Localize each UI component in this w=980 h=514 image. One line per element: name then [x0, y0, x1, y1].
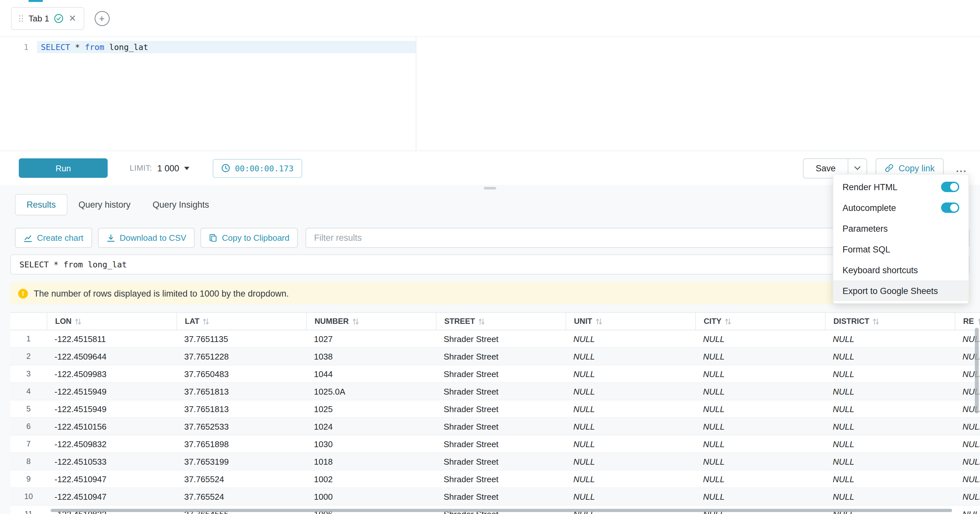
row-index-cell: 10: [10, 492, 47, 501]
table-cell: 1030: [306, 439, 436, 449]
sort-icon[interactable]: [353, 318, 358, 325]
menu-item-render-html[interactable]: Render HTML: [834, 177, 968, 197]
toggle-switch[interactable]: [941, 203, 959, 213]
download-csv-label: Download to CSV: [120, 233, 186, 243]
more-options-button[interactable]: ...: [953, 163, 970, 174]
sort-icon: [76, 318, 81, 325]
table-cell: 37.765524: [177, 492, 306, 501]
sort-icon: [596, 318, 602, 325]
executed-query-preview: SELECT * from long_lat: [10, 254, 970, 275]
column-header-district[interactable]: DISTRICT: [825, 313, 955, 330]
sort-icon[interactable]: [873, 318, 879, 325]
menu-item-export-to-google-sheets[interactable]: Export to Google Sheets: [834, 280, 968, 301]
download-csv-button[interactable]: Download to CSV: [98, 228, 194, 248]
add-tab-button[interactable]: +: [94, 11, 109, 26]
column-header-city[interactable]: CITY: [695, 313, 825, 330]
table-row: 8-122.451053337.76531991018Shrader Stree…: [10, 453, 980, 471]
column-header-lon[interactable]: LON: [47, 313, 177, 330]
sort-icon: [353, 318, 358, 325]
table-cell: NULL: [955, 457, 980, 466]
column-label: DISTRICT: [834, 317, 869, 326]
table-cell: NULL: [955, 474, 980, 484]
run-button[interactable]: Run: [19, 158, 108, 178]
column-header-street[interactable]: STREET: [436, 313, 566, 330]
column-header-lat[interactable]: LAT: [177, 313, 306, 330]
sql-editor[interactable]: 1 SELECT * from long_lat: [0, 37, 980, 151]
table-cell: NULL: [566, 334, 695, 344]
plus-icon: +: [99, 13, 105, 23]
row-index-cell: 2: [10, 352, 47, 361]
table-cell: NULL: [695, 334, 825, 344]
table-cell: Shrader Street: [436, 457, 566, 466]
create-chart-button[interactable]: Create chart: [15, 228, 92, 248]
table-cell: NULL: [566, 386, 695, 396]
table-row: 1-122.451581137.76511351027Shrader Stree…: [10, 330, 980, 348]
sql-operator: *: [70, 42, 84, 52]
table-cell: Shrader Street: [436, 369, 566, 379]
menu-item-autocomplete[interactable]: Autocomplete: [834, 197, 968, 218]
column-header-re[interactable]: RE: [955, 313, 980, 330]
table-cell: NULL: [955, 439, 980, 449]
table-cell: NULL: [566, 492, 695, 501]
table-cell: NULL: [825, 474, 955, 484]
table-cell: 37.7651898: [177, 439, 306, 449]
menu-item-format-sql[interactable]: Format SQL: [834, 239, 968, 260]
results-table: LONLATNUMBERSTREETUNITCITYDISTRICTRE 1-1…: [10, 312, 980, 514]
table-row: 2-122.450964437.76512281038Shrader Stree…: [10, 348, 980, 366]
sort-icon[interactable]: [203, 318, 209, 325]
vertical-scrollbar[interactable]: [975, 328, 979, 413]
close-tab-icon[interactable]: ✕: [68, 14, 77, 23]
column-header-number[interactable]: NUMBER: [306, 313, 436, 330]
table-cell: NULL: [695, 369, 825, 379]
table-cell: NULL: [695, 457, 825, 466]
query-saved-check-icon: [54, 13, 64, 23]
column-header-unit[interactable]: UNIT: [566, 313, 695, 330]
table-cell: NULL: [825, 369, 955, 379]
menu-item-label: Format SQL: [843, 244, 890, 254]
table-cell: Shrader Street: [436, 439, 566, 449]
table-cell: NULL: [566, 404, 695, 414]
table-cell: NULL: [695, 421, 825, 431]
sort-icon[interactable]: [596, 318, 602, 325]
elapsed-time: 00:00:00.173: [235, 163, 294, 173]
table-cell: NULL: [825, 386, 955, 396]
row-index-cell: 7: [10, 439, 47, 449]
tab-query-history[interactable]: Query history: [67, 194, 142, 215]
table-cell: 1027: [306, 334, 436, 344]
copy-clipboard-button[interactable]: Copy to Clipboard: [200, 228, 298, 248]
chevron-down-icon: [854, 166, 861, 170]
table-cell: Shrader Street: [436, 386, 566, 396]
tab-results[interactable]: Results: [15, 194, 67, 215]
menu-item-parameters[interactable]: Parameters: [834, 218, 968, 239]
pane-resize-handle[interactable]: [484, 187, 496, 190]
table-cell: -122.4510947: [47, 492, 177, 501]
copy-link-label: Copy link: [899, 163, 935, 173]
table-cell: Shrader Street: [436, 492, 566, 501]
horizontal-scrollbar[interactable]: [51, 509, 952, 512]
tab-query-insights[interactable]: Query Insights: [142, 194, 220, 215]
query-tab[interactable]: Tab 1 ✕: [11, 7, 84, 30]
sort-icon[interactable]: [978, 318, 980, 325]
sort-icon[interactable]: [76, 318, 81, 325]
table-cell: NULL: [955, 492, 980, 501]
sort-icon[interactable]: [725, 318, 731, 325]
more-options-menu: Render HTMLAutocompleteParametersFormat …: [833, 174, 969, 304]
sort-icon: [978, 318, 980, 325]
table-cell: NULL: [566, 369, 695, 379]
editor-code-line[interactable]: SELECT * from long_lat: [41, 41, 148, 53]
editor-line-number: 1: [0, 41, 29, 53]
sort-icon[interactable]: [479, 318, 485, 325]
active-tab-indicator: [29, 0, 43, 2]
warning-text: The number of rows displayed is limited …: [34, 289, 289, 298]
table-cell: 37.765524: [177, 474, 306, 484]
caret-down-icon: [185, 166, 190, 170]
menu-item-keyboard-shortcuts[interactable]: Keyboard shortcuts: [834, 260, 968, 280]
row-index-cell: 8: [10, 457, 47, 466]
link-icon: [885, 164, 894, 172]
sql-lab-app: Tab 1 ✕ + 1 SELECT * from long_lat Run L…: [0, 0, 980, 514]
editor-split-divider: [416, 37, 417, 150]
toggle-switch[interactable]: [941, 182, 959, 192]
table-cell: NULL: [695, 404, 825, 414]
query-tab-bar: Tab 1 ✕ +: [0, 0, 980, 37]
limit-dropdown[interactable]: LIMIT: 1 000: [130, 163, 190, 173]
